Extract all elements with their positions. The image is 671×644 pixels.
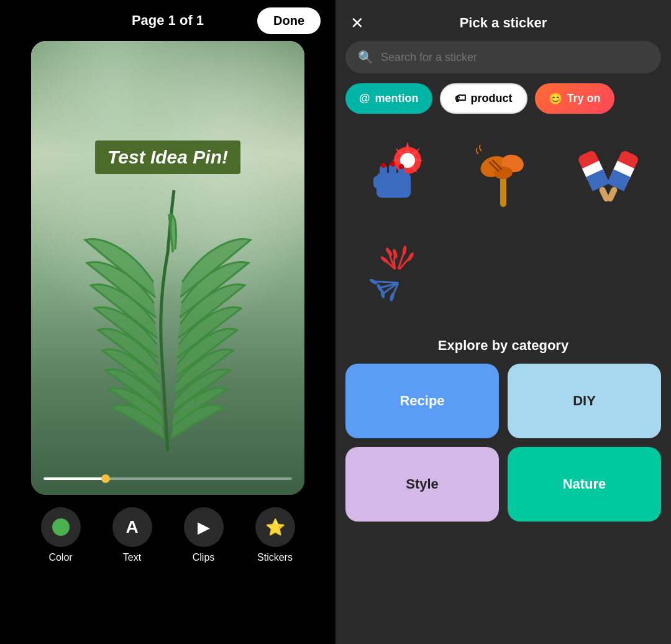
color-label: Color: [48, 552, 72, 563]
sticker-grid-row1: [336, 126, 671, 226]
panel-title: Pick a sticker: [460, 15, 547, 31]
left-panel: Page 1 of 1 Done: [0, 0, 336, 644]
category-nature[interactable]: Nature: [508, 447, 661, 522]
svg-point-8: [381, 163, 386, 168]
toolbar-color[interactable]: Color: [41, 507, 81, 563]
punch-sticker-art: [361, 139, 436, 213]
popsicle-sticker-art: [571, 139, 646, 213]
mention-prefix: @: [359, 92, 370, 105]
toolbar: Color A Text ▶ Clips ⭐ Stickers: [0, 495, 336, 569]
svg-point-10: [399, 164, 404, 169]
canvas-text-overlay: Test Idea Pin!: [95, 140, 240, 174]
mention-label: mention: [375, 92, 419, 105]
explore-title: Explore by category: [336, 325, 671, 364]
svg-rect-7: [373, 176, 383, 188]
clips-label: Clips: [193, 552, 215, 563]
page-indicator: Page 1 of 1: [132, 12, 204, 29]
fireworks-sticker-art: [361, 238, 436, 313]
category-recipe-label: Recipe: [399, 393, 444, 409]
product-label: product: [471, 92, 513, 105]
toolbar-text[interactable]: A Text: [112, 507, 152, 563]
sticker-empty-2: [450, 226, 555, 325]
category-nature-label: Nature: [563, 476, 606, 492]
timeline-bar[interactable]: [43, 477, 292, 480]
fern-illustration: [75, 153, 261, 464]
tag-product[interactable]: 🏷 product: [440, 83, 527, 114]
svg-point-9: [390, 162, 395, 167]
clips-icon: ▶: [184, 507, 224, 547]
color-dot: [52, 518, 70, 536]
search-icon: 🔍: [358, 50, 373, 65]
svg-rect-26: [606, 186, 619, 203]
product-prefix: 🏷: [455, 92, 466, 105]
svg-rect-11: [500, 176, 506, 207]
toolbar-clips[interactable]: ▶ Clips: [184, 507, 224, 563]
sticker-tags: @ mention 🏷 product 😊 Try on: [336, 83, 671, 126]
done-button[interactable]: Done: [257, 7, 321, 34]
timeline-dot: [101, 474, 110, 483]
category-recipe[interactable]: Recipe: [345, 364, 499, 438]
category-style-label: Style: [406, 476, 439, 492]
category-diy-label: DIY: [573, 393, 596, 409]
sticker-food[interactable]: [450, 126, 555, 226]
sticker-punch[interactable]: [345, 126, 450, 226]
category-style[interactable]: Style: [345, 447, 499, 522]
text-icon: A: [112, 507, 152, 547]
tag-mention[interactable]: @ mention: [345, 83, 432, 114]
search-input[interactable]: [381, 51, 649, 64]
text-label: Text: [123, 552, 141, 563]
right-panel: ✕ Pick a sticker 🔍 @ mention 🏷 product 😊…: [336, 0, 671, 644]
tryon-prefix: 😊: [549, 92, 562, 106]
tag-tryon[interactable]: 😊 Try on: [535, 83, 614, 114]
color-icon: [41, 507, 81, 547]
sticker-popsicles[interactable]: [556, 126, 661, 226]
stickers-icon: ⭐: [255, 507, 295, 547]
top-bar: Page 1 of 1 Done: [0, 0, 336, 41]
toolbar-stickers[interactable]: ⭐ Stickers: [255, 507, 295, 563]
sticker-empty-3: [556, 226, 661, 325]
canvas-area: Test Idea Pin!: [31, 41, 304, 495]
search-bar[interactable]: 🔍: [345, 41, 661, 73]
close-button[interactable]: ✕: [350, 15, 364, 31]
panel-header: ✕ Pick a sticker: [336, 0, 671, 41]
sticker-grid-row2: [336, 226, 671, 325]
tryon-label: Try on: [567, 92, 601, 105]
category-grid: Recipe DIY Style Nature: [336, 364, 671, 531]
category-diy[interactable]: DIY: [508, 364, 661, 438]
food-sticker-art: [466, 139, 541, 213]
stickers-label: Stickers: [257, 552, 293, 563]
timeline-progress: [43, 477, 106, 480]
sticker-fireworks[interactable]: [345, 226, 450, 325]
